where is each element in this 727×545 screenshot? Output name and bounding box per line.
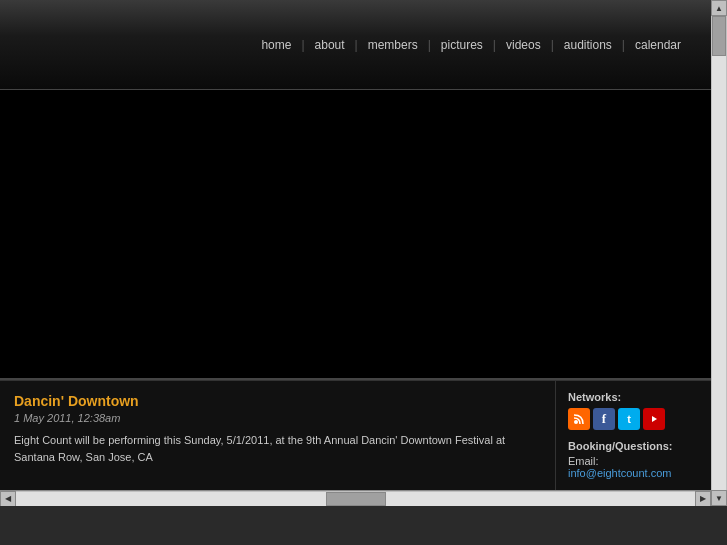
booking-email-prefix: Email: — [568, 455, 599, 467]
booking-email-link[interactable]: info@eightcount.com — [568, 467, 672, 479]
bottom-section: Dancin' Downtown 1 May 2011, 12:38am Eig… — [0, 380, 711, 490]
h-scroll-track[interactable] — [16, 492, 695, 506]
page-wrapper: home | about | members | pictures | vide… — [0, 0, 727, 506]
facebook-icon[interactable]: f — [593, 408, 615, 430]
event-description: Eight Count will be performing this Sund… — [14, 432, 541, 465]
nav-home[interactable]: home — [251, 38, 301, 52]
twitter-icon[interactable]: t — [618, 408, 640, 430]
booking-email: Email: info@eightcount.com — [568, 455, 699, 479]
event-title: Dancin' Downtown — [14, 393, 541, 409]
svg-point-0 — [574, 420, 578, 424]
scroll-left-arrow[interactable]: ◀ — [0, 491, 16, 507]
header: home | about | members | pictures | vide… — [0, 0, 711, 90]
nav-about[interactable]: about — [305, 38, 355, 52]
nav-auditions[interactable]: auditions — [554, 38, 622, 52]
nav-pictures[interactable]: pictures — [431, 38, 493, 52]
rss-icon[interactable] — [568, 408, 590, 430]
main-content: home | about | members | pictures | vide… — [0, 0, 711, 506]
content-left: Dancin' Downtown 1 May 2011, 12:38am Eig… — [0, 381, 556, 490]
video-area[interactable] — [0, 90, 711, 380]
nav: home | about | members | pictures | vide… — [251, 38, 691, 52]
nav-videos[interactable]: videos — [496, 38, 551, 52]
bottom-scrollbar: ◀ ▶ — [0, 490, 711, 506]
event-date: 1 May 2011, 12:38am — [14, 412, 541, 424]
v-scroll-thumb[interactable] — [712, 16, 726, 56]
v-scroll-track[interactable] — [712, 16, 726, 490]
networks-label: Networks: — [568, 391, 699, 403]
h-scroll-thumb[interactable] — [326, 492, 386, 506]
network-icons: f t — [568, 408, 699, 430]
youtube-icon[interactable] — [643, 408, 665, 430]
scroll-right-arrow[interactable]: ▶ — [695, 491, 711, 507]
scroll-up-arrow[interactable]: ▲ — [711, 0, 727, 16]
nav-members[interactable]: members — [358, 38, 428, 52]
nav-calendar[interactable]: calendar — [625, 38, 691, 52]
content-right: Networks: f t Booking/Questions: Email: … — [556, 381, 711, 490]
vertical-scrollbar: ▲ ▼ — [711, 0, 727, 506]
scroll-down-arrow[interactable]: ▼ — [711, 490, 727, 506]
booking-label: Booking/Questions: — [568, 440, 699, 452]
